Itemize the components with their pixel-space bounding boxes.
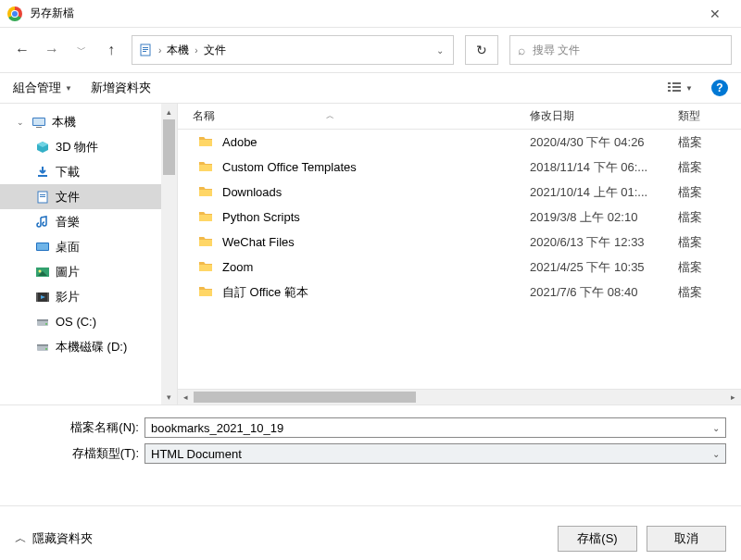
scroll-down-icon[interactable]: ▾ <box>161 389 177 404</box>
sidebar: ⌄ 本機 3D 物件下載文件音樂桌面圖片影片OS (C:)本機磁碟 (D:) ▴… <box>0 104 178 404</box>
file-row[interactable]: Custom Office Templates2018/11/14 下午 06:… <box>178 155 741 180</box>
svg-rect-18 <box>40 196 45 197</box>
file-row[interactable]: Python Scripts2019/3/8 上午 02:10檔案 <box>178 205 741 230</box>
svg-rect-29 <box>37 319 48 321</box>
column-name[interactable]: 名稱 ︿ <box>178 108 530 124</box>
file-list: Adobe2020/4/30 下午 04:26檔案Custom Office T… <box>178 130 741 389</box>
forward-button: → <box>39 37 65 63</box>
scrollbar-thumb[interactable] <box>194 392 416 403</box>
file-row[interactable]: WeChat Files2020/6/13 下午 12:33檔案 <box>178 230 741 255</box>
collapse-icon[interactable]: ⌄ <box>17 118 26 127</box>
address-dropdown-icon[interactable]: ⌄ <box>433 45 447 56</box>
footer: ︿ 隱藏資料夾 存檔(S) 取消 <box>0 505 741 560</box>
file-date: 2021/4/25 下午 10:35 <box>530 259 678 276</box>
sidebar-item-3[interactable]: 音樂 <box>0 209 177 234</box>
back-button[interactable]: ← <box>9 37 35 63</box>
search-icon: ⌕ <box>518 43 525 57</box>
view-mode-button[interactable]: ▼ <box>667 81 693 94</box>
file-row[interactable]: Adobe2020/4/30 下午 04:26檔案 <box>178 130 741 155</box>
chevron-down-icon[interactable]: ⌄ <box>712 449 720 459</box>
folder-icon <box>198 234 213 250</box>
new-folder-button[interactable]: 新增資料夾 <box>91 80 151 96</box>
download-icon <box>35 165 50 180</box>
sidebar-item-8[interactable]: 本機磁碟 (D:) <box>0 334 177 359</box>
scroll-right-icon[interactable]: ▸ <box>725 392 741 402</box>
tree-root[interactable]: ⌄ 本機 <box>0 109 177 134</box>
hide-folders-toggle[interactable]: ︿ 隱藏資料夾 <box>15 530 93 547</box>
scroll-left-icon[interactable]: ◂ <box>178 392 194 402</box>
scroll-up-icon[interactable]: ▴ <box>161 104 177 119</box>
svg-rect-2 <box>143 49 148 50</box>
sidebar-item-0[interactable]: 3D 物件 <box>0 134 177 159</box>
chevron-down-icon: ▼ <box>65 84 72 93</box>
sidebar-item-1[interactable]: 下載 <box>0 159 177 184</box>
svg-rect-20 <box>37 243 48 250</box>
scrollbar-thumb[interactable] <box>163 119 175 175</box>
svg-rect-4 <box>668 82 671 84</box>
file-date: 2021/10/14 上午 01:... <box>530 184 678 201</box>
folder-icon <box>198 184 213 200</box>
sidebar-scrollbar[interactable]: ▴ ▾ <box>161 104 177 404</box>
titlebar: 另存新檔 ✕ <box>0 0 741 28</box>
svg-rect-12 <box>36 127 42 128</box>
horizontal-scrollbar[interactable]: ◂ ▸ <box>178 389 741 404</box>
column-headers: 名稱 ︿ 修改日期 類型 <box>178 104 741 130</box>
filename-input[interactable]: bookmarks_2021_10_19 ⌄ <box>144 417 726 438</box>
file-name: 自訂 Office 範本 <box>222 284 308 301</box>
sidebar-item-label: 下載 <box>56 164 80 180</box>
file-name: WeChat Files <box>222 235 295 249</box>
organize-button[interactable]: 組合管理 ▼ <box>13 80 72 96</box>
folder-icon <box>198 209 213 225</box>
filename-label: 檔案名稱(N): <box>15 419 139 436</box>
sidebar-item-5[interactable]: 圖片 <box>0 259 177 284</box>
svg-rect-5 <box>672 82 681 84</box>
search-input[interactable]: ⌕ 搜尋 文件 <box>509 35 732 65</box>
svg-rect-9 <box>672 90 681 92</box>
cube-icon <box>35 140 50 155</box>
file-row[interactable]: Zoom2021/4/25 下午 10:35檔案 <box>178 255 741 280</box>
chevron-right-icon: › <box>158 45 161 56</box>
svg-rect-32 <box>37 344 48 346</box>
filetype-select[interactable]: HTML Document ⌄ <box>144 443 726 464</box>
sidebar-item-4[interactable]: 桌面 <box>0 234 177 259</box>
sidebar-item-label: 音樂 <box>56 214 80 230</box>
toolbar: 組合管理 ▼ 新增資料夾 ▼ ? <box>0 72 741 104</box>
help-button[interactable]: ? <box>711 80 728 96</box>
svg-rect-15 <box>38 175 47 177</box>
file-name: Adobe <box>222 135 257 149</box>
file-date: 2020/4/30 下午 04:26 <box>530 134 678 151</box>
refresh-button[interactable]: ↻ <box>465 35 498 65</box>
svg-rect-6 <box>668 86 671 88</box>
chevron-up-icon: ︿ <box>15 530 27 547</box>
document-icon <box>138 43 153 57</box>
recent-dropdown-icon[interactable]: ﹀ <box>69 37 94 63</box>
sidebar-item-2[interactable]: 文件 <box>0 184 177 209</box>
file-row[interactable]: Downloads2021/10/14 上午 01:...檔案 <box>178 180 741 205</box>
svg-rect-3 <box>143 51 146 52</box>
sidebar-item-7[interactable]: OS (C:) <box>0 309 177 334</box>
sidebar-item-6[interactable]: 影片 <box>0 284 177 309</box>
chevron-down-icon[interactable]: ⌄ <box>712 423 720 433</box>
cancel-button[interactable]: 取消 <box>647 526 726 552</box>
column-type[interactable]: 類型 <box>678 108 741 124</box>
close-icon[interactable]: ✕ <box>697 6 734 21</box>
up-button[interactable]: ↑ <box>98 37 124 63</box>
column-date[interactable]: 修改日期 <box>530 108 678 124</box>
picture-icon <box>35 265 50 280</box>
sort-asc-icon: ︿ <box>326 110 334 122</box>
document-icon <box>35 190 50 205</box>
folder-icon <box>198 259 213 275</box>
chevron-down-icon: ▼ <box>685 84 693 93</box>
file-row[interactable]: 自訂 Office 範本2021/7/6 下午 08:40檔案 <box>178 280 741 305</box>
breadcrumb[interactable]: › 本機 › 文件 ⌄ <box>132 35 454 65</box>
svg-point-22 <box>39 269 42 272</box>
svg-point-30 <box>45 323 47 325</box>
navbar: ← → ﹀ ↑ › 本機 › 文件 ⌄ ↻ ⌕ 搜尋 文件 <box>0 28 741 72</box>
crumb-current[interactable]: 文件 <box>204 43 226 58</box>
filetype-label: 存檔類型(T): <box>15 445 139 462</box>
file-name: Zoom <box>222 260 253 274</box>
desktop-icon <box>35 240 50 255</box>
save-button[interactable]: 存檔(S) <box>558 526 637 552</box>
video-icon <box>35 290 50 305</box>
crumb-root[interactable]: 本機 <box>167 43 189 58</box>
